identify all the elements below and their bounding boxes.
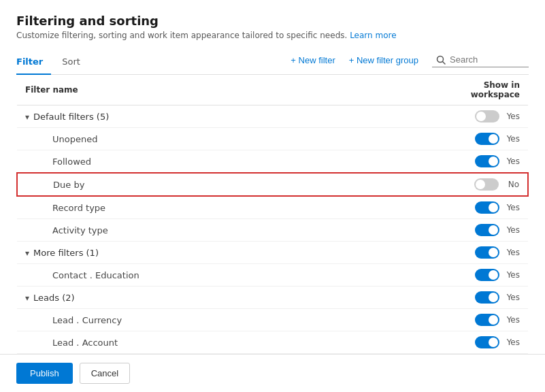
filter-toggle[interactable] <box>475 201 499 214</box>
toggle-label: Yes <box>503 203 520 212</box>
chevron-down-icon[interactable]: ▾ <box>25 293 29 303</box>
chevron-down-icon[interactable]: ▾ <box>25 248 29 258</box>
filter-toggle[interactable] <box>474 178 499 191</box>
toggle-label: Yes <box>503 270 520 280</box>
filter-toggle[interactable] <box>475 291 499 304</box>
filter-name-cell: ▾Default filters (5) <box>17 105 426 128</box>
filter-name-cell: ▾More filters (1) <box>17 242 426 264</box>
toggle-label: Yes <box>503 293 520 302</box>
filter-toggle[interactable] <box>475 336 499 348</box>
filter-name-cell: Due by <box>17 173 426 196</box>
filter-name-cell: Lead . Currency <box>17 309 426 331</box>
filter-toggle[interactable] <box>475 269 499 281</box>
filter-item-label: Followed <box>52 157 91 167</box>
filter-item-label: Activity type <box>52 225 108 235</box>
cancel-button[interactable]: Cancel <box>80 363 130 384</box>
filter-toggle-cell: Yes <box>426 150 528 174</box>
filter-group-label: Default filters (5) <box>33 112 109 122</box>
search-input[interactable] <box>450 54 525 65</box>
filter-toggle[interactable] <box>475 224 499 236</box>
filter-item-label: Lead . Account <box>52 338 118 348</box>
tabs-row: Filter Sort + New filter + New filter gr… <box>16 51 529 75</box>
filter-item-label: Unopened <box>52 134 97 144</box>
filter-item-label: Record type <box>52 203 105 213</box>
filter-name-cell: Activity type <box>17 219 426 242</box>
col-show-workspace: Show in workspace <box>426 75 528 105</box>
chevron-down-icon[interactable]: ▾ <box>25 112 29 122</box>
filter-toggle-cell: Yes <box>426 105 528 128</box>
filter-toggle[interactable] <box>475 314 499 326</box>
filter-toggle-cell: Yes <box>426 128 528 150</box>
filter-group-label: More filters (1) <box>33 248 99 258</box>
toggle-label: Yes <box>503 315 520 325</box>
filter-toggle-cell: Yes <box>426 196 528 219</box>
toggle-label: Yes <box>503 157 520 166</box>
toggle-label: Yes <box>503 248 520 257</box>
tab-sort[interactable]: Sort <box>62 51 88 75</box>
tab-filter[interactable]: Filter <box>16 51 51 75</box>
search-box <box>432 52 529 67</box>
filter-name-cell: Lead . Account <box>17 331 426 354</box>
filter-toggle[interactable] <box>475 246 499 259</box>
footer: Publish Cancel <box>0 354 545 392</box>
svg-line-1 <box>443 61 446 64</box>
filter-toggle-cell: Yes <box>426 264 528 287</box>
learn-more-link[interactable]: Learn more <box>350 31 396 40</box>
toggle-label: Yes <box>503 338 520 347</box>
page-title: Filtering and sorting <box>16 14 529 28</box>
filter-toggle[interactable] <box>475 155 499 167</box>
toggle-label: Yes <box>503 225 520 235</box>
filter-item-label: Due by <box>53 180 84 190</box>
page-subtitle: Customize filtering, sorting and work it… <box>16 31 529 40</box>
filter-name-cell: ▾Leads (2) <box>17 287 426 309</box>
filter-toggle-cell: Yes <box>426 331 528 354</box>
col-filter-name: Filter name <box>17 75 426 105</box>
filter-item-label: Contact . Education <box>52 270 139 280</box>
page-container: Filtering and sorting Customize filterin… <box>0 0 545 354</box>
filter-name-cell: Contact . Education <box>17 264 426 287</box>
toggle-label: Yes <box>503 112 520 121</box>
toggle-label: Yes <box>503 134 520 144</box>
filter-toggle-cell: No <box>426 173 528 196</box>
filter-group-label: Leads (2) <box>33 293 75 303</box>
filter-name-cell: Unopened <box>17 128 426 150</box>
filter-toggle-cell: Yes <box>426 242 528 264</box>
toggle-label: No <box>503 180 519 189</box>
publish-button[interactable]: Publish <box>16 363 73 384</box>
filter-name-cell: Record type <box>17 196 426 219</box>
filter-toggle[interactable] <box>475 110 499 122</box>
new-filter-group-button[interactable]: + New filter group <box>344 52 424 68</box>
filter-toggle[interactable] <box>475 133 499 145</box>
filter-name-cell: Followed <box>17 150 426 174</box>
tab-actions: + New filter + New filter group <box>285 52 529 74</box>
search-icon <box>436 55 446 65</box>
new-filter-button[interactable]: + New filter <box>285 52 340 68</box>
filter-toggle-cell: Yes <box>426 287 528 309</box>
filter-table: Filter name Show in workspace ▾Default f… <box>16 75 529 354</box>
filter-toggle-cell: Yes <box>426 309 528 331</box>
filter-item-label: Lead . Currency <box>52 315 122 325</box>
filter-toggle-cell: Yes <box>426 219 528 242</box>
